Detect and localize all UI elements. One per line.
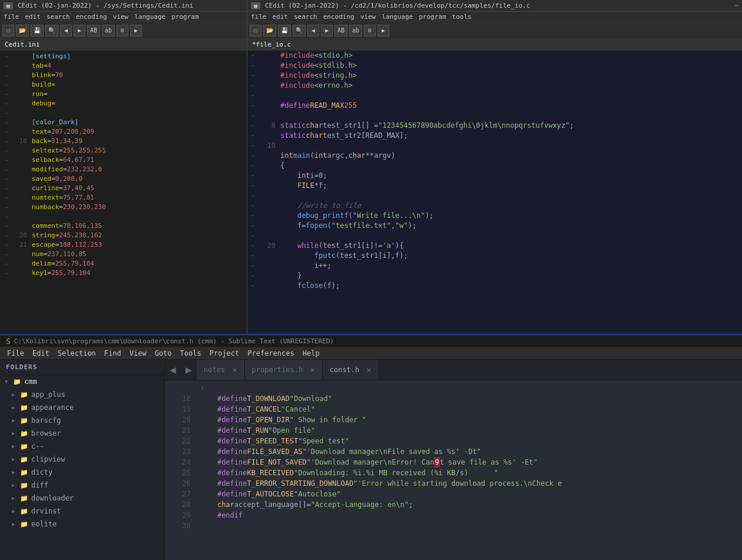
folder-icon: 📁 bbox=[20, 456, 28, 463]
code-line: - numtext=75,77,81 bbox=[0, 193, 247, 203]
toolbar-save-left[interactable]: 💾 bbox=[31, 25, 44, 37]
editor-line: -10 bbox=[247, 141, 742, 151]
code-line-29: 29 #endif bbox=[165, 510, 742, 521]
sidebar-item-app-plus[interactable]: ▶ 📁 app_plus bbox=[0, 388, 164, 401]
menu-preferences-sublime[interactable]: Preferences bbox=[244, 349, 297, 358]
tab-notes-label: notes bbox=[204, 366, 225, 374]
tab-prev-button[interactable]: ◀ bbox=[165, 360, 181, 380]
menu-file-right[interactable]: file bbox=[251, 13, 267, 21]
sidebar-item-eolite[interactable]: ▶ 📁 eolite bbox=[0, 518, 164, 531]
menu-program-left[interactable]: program bbox=[171, 13, 198, 21]
cedit-right-menubar: file edit search encoding view language … bbox=[247, 12, 742, 22]
editor-line: - FILE *f; bbox=[247, 181, 742, 191]
menu-edit-sublime[interactable]: Edit bbox=[29, 349, 53, 358]
menu-encoding-left[interactable]: encoding bbox=[76, 13, 107, 21]
code-line: - text=207,208,209 bbox=[0, 127, 247, 137]
toolbar-new-left[interactable]: ☐ bbox=[2, 25, 14, 37]
sidebar-item-clipview[interactable]: ▶ 📁 clipview bbox=[0, 453, 164, 466]
menu-selection-sublime[interactable]: Selection bbox=[54, 349, 100, 358]
tab-properties-h[interactable]: properties.h × bbox=[245, 360, 323, 380]
sidebar-item-cmm[interactable]: ▼ 📁 cmm bbox=[0, 375, 164, 388]
toolbar-fwd-right[interactable]: ▶ bbox=[321, 25, 333, 37]
tab-next-button[interactable]: ▶ bbox=[181, 360, 197, 380]
menu-language-left[interactable]: language bbox=[134, 13, 165, 21]
toolbar-open-left[interactable]: 📂 bbox=[16, 25, 29, 37]
menu-edit-left[interactable]: edit bbox=[25, 13, 41, 21]
menu-search-right[interactable]: search bbox=[294, 13, 317, 21]
menu-file-sublime[interactable]: File bbox=[4, 349, 28, 358]
tab-notes[interactable]: notes × bbox=[197, 360, 245, 380]
cedit-left-content: - [settings] - tab=4 - blink=70 - build=… bbox=[0, 51, 247, 334]
toolbar-back-left[interactable]: ◀ bbox=[60, 25, 72, 37]
cedit-left-tab[interactable]: Cedit.ini bbox=[0, 39, 247, 51]
toolbar-run-right[interactable]: ▶ bbox=[377, 25, 389, 37]
sidebar-item-drvinst[interactable]: ▶ 📁 drvinst bbox=[0, 505, 164, 518]
code-line: -20 string=245,238,162 bbox=[0, 231, 247, 240]
toolbar-save-right[interactable]: 💾 bbox=[278, 25, 291, 37]
code-line: - build= bbox=[0, 80, 247, 90]
toolbar-find-right[interactable]: 🔍 bbox=[293, 25, 306, 37]
editor-line: - #define READ_MAX 255 bbox=[247, 101, 742, 111]
toolbar-settings-left[interactable]: ⚙ bbox=[117, 25, 128, 37]
toolbar-settings-right[interactable]: ⚙ bbox=[364, 25, 376, 37]
menu-view-sublime[interactable]: View bbox=[126, 349, 150, 358]
folder-name-dicty: dicty bbox=[31, 468, 52, 476]
menu-search-left[interactable]: search bbox=[47, 13, 70, 21]
toolbar-upper-right[interactable]: AB bbox=[334, 25, 347, 37]
menu-encoding-right[interactable]: encoding bbox=[323, 13, 355, 21]
menu-goto-sublime[interactable]: Goto bbox=[151, 349, 175, 358]
sublime-titlebar: S C:\Kolibri\svn\programs\cmm\downloader… bbox=[0, 334, 742, 347]
menu-file-left[interactable]: file bbox=[4, 13, 19, 21]
cedit-right-titlebar: ▤ CEdit (02-jan-2022) - /cd2/1/kolibrios… bbox=[247, 0, 742, 12]
menu-project-sublime[interactable]: Project bbox=[206, 349, 243, 358]
toolbar-lower-left[interactable]: ab bbox=[102, 25, 115, 37]
editor-line: - #include <stdlib.h> bbox=[247, 61, 742, 71]
arrow-right-icon: ▶ bbox=[12, 430, 18, 436]
folder-icon: 📁 bbox=[20, 404, 28, 412]
folder-icon: 📁 bbox=[20, 443, 28, 450]
error-highlight: 9 bbox=[434, 457, 439, 468]
sidebar-item-downloader[interactable]: ▶ 📁 downloader bbox=[0, 492, 164, 505]
folder-icon: 📁 bbox=[20, 482, 28, 489]
cedit-right-close[interactable]: ─ bbox=[734, 2, 738, 9]
menu-view-left[interactable]: view bbox=[113, 13, 129, 21]
code-line-30: 30 bbox=[165, 521, 742, 531]
menu-find-sublime[interactable]: Find bbox=[101, 349, 125, 358]
folder-name-barscfg: barscfg bbox=[31, 416, 61, 425]
menu-tools-sublime[interactable]: Tools bbox=[177, 349, 205, 358]
sidebar-item-cmm2[interactable]: ▶ 📁 c-- bbox=[0, 440, 164, 453]
sidebar-item-appearance[interactable]: ▶ 📁 appearance bbox=[0, 401, 164, 414]
toolbar-fwd-left[interactable]: ▶ bbox=[74, 25, 85, 37]
editor-line: - } bbox=[247, 271, 742, 281]
tab-const-close[interactable]: × bbox=[366, 365, 371, 375]
tab-const-h[interactable]: const.h × bbox=[323, 360, 379, 380]
cedit-right-title: CEdit (02-jan-2022) - /cd2/1/kolibrios/d… bbox=[265, 2, 530, 9]
sidebar-item-browser[interactable]: ▶ 📁 browser bbox=[0, 427, 164, 440]
toolbar-open-right[interactable]: 📂 bbox=[263, 25, 276, 37]
toolbar-new-right[interactable]: ☐ bbox=[250, 25, 261, 37]
toolbar-back-right[interactable]: ◀ bbox=[307, 25, 319, 37]
sidebar-item-barscfg[interactable]: ▶ 📁 barscfg bbox=[0, 414, 164, 427]
toolbar-run-left[interactable]: ▶ bbox=[130, 25, 142, 37]
toolbar-upper-left[interactable]: AB bbox=[87, 25, 100, 37]
toolbar-lower-right[interactable]: ab bbox=[349, 25, 362, 37]
arrow-right-icon: ▶ bbox=[12, 405, 18, 410]
editor-line: -20 while(test_str1[i]!='a'){ bbox=[247, 241, 742, 251]
toolbar-find-left[interactable]: 🔍 bbox=[45, 25, 58, 37]
menu-help-sublime[interactable]: Help bbox=[299, 349, 323, 358]
code-line-28: 28 char accept_language[]= "Accept-Langu… bbox=[165, 499, 742, 510]
code-line: - tab=4 bbox=[0, 61, 247, 71]
menu-program-right[interactable]: program bbox=[419, 13, 446, 21]
sidebar-item-dicty[interactable]: ▶ 📁 dicty bbox=[0, 466, 164, 479]
menu-view-right[interactable]: view bbox=[360, 13, 376, 21]
sidebar-content: ▼ 📁 cmm ▶ 📁 app_plus ▶ 📁 appearance ▶ 📁 bbox=[0, 375, 164, 560]
sidebar-item-diff[interactable]: ▶ 📁 diff bbox=[0, 479, 164, 492]
cedit-left-toolbar: ☐ 📂 💾 🔍 ◀ ▶ AB ab ⚙ ▶ bbox=[0, 22, 247, 39]
cedit-right-tab[interactable]: *file_io.c bbox=[247, 39, 742, 51]
tab-properties-close[interactable]: × bbox=[310, 365, 314, 375]
menu-language-right[interactable]: language bbox=[382, 13, 413, 21]
tab-notes-close[interactable]: × bbox=[232, 365, 237, 375]
menu-edit-right[interactable]: edit bbox=[273, 13, 289, 21]
folder-name-app-plus: app_plus bbox=[31, 390, 65, 399]
menu-tools-right[interactable]: tools bbox=[452, 13, 472, 21]
